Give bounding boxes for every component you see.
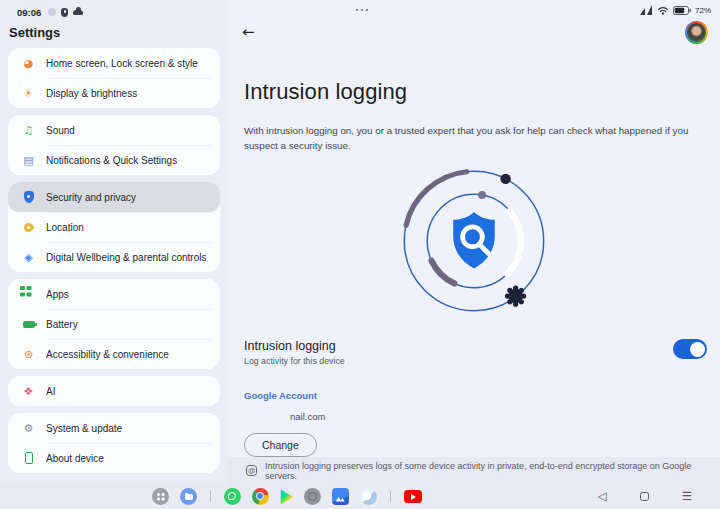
sidebar-item-about-device[interactable]: About device [8, 443, 220, 473]
sidebar-item-label: Location [46, 222, 84, 233]
taskbar-app-chrome-icon[interactable] [252, 488, 269, 505]
shield-search-icon [453, 212, 495, 269]
sidebar-item-label: Apps [46, 289, 69, 300]
sidebar-item-label: Home screen, Lock screen & style [46, 58, 198, 69]
avatar-photo [687, 23, 706, 42]
sidebar-item-location[interactable]: Location [8, 212, 220, 242]
taskbar-apps [152, 488, 422, 505]
page-description: With intrusion logging on, you or a trus… [244, 123, 696, 153]
taskbar-app-youtube-icon[interactable] [404, 490, 422, 503]
battery-percent: 72% [695, 6, 711, 15]
mobile-signal-icon [640, 5, 653, 15]
outer-gray-arc [406, 172, 467, 226]
notifications-icon: ▤ [23, 155, 33, 166]
sidebar-item-label: About device [46, 453, 104, 464]
intrusion-logging-switch[interactable] [673, 339, 707, 359]
sidebar-item-battery[interactable]: Battery [8, 309, 220, 339]
taskbar: ◁☰ [0, 484, 720, 509]
sidebar-item-system-update[interactable]: ⚙System & update [8, 413, 220, 443]
battery-green-icon [23, 321, 35, 328]
settings-card: ⚙System & updateAbout device [8, 413, 220, 473]
taskbar-divider [390, 491, 391, 502]
brightness-icon: ☀ [24, 88, 34, 99]
intrusion-illustration [396, 163, 552, 319]
taskbar-app-weather-icon[interactable] [360, 488, 377, 505]
sidebar-item-ai[interactable]: ❖AI [8, 376, 220, 406]
palette-icon: ◕ [24, 58, 34, 69]
nav-home-button[interactable] [640, 492, 649, 501]
battery-icon [673, 6, 691, 15]
settings-title: Settings [9, 25, 228, 40]
taskbar-app-whatsapp-icon[interactable] [224, 488, 241, 505]
ai-icon: ❖ [24, 386, 34, 397]
inner-white-arc [507, 211, 521, 274]
sidebar-item-label: Accessibility & convenience [46, 349, 169, 360]
inner-gray-arc [432, 261, 455, 284]
orbit-dot-dark [500, 174, 510, 184]
status-bar-left: 09:06 [0, 0, 228, 18]
toggle-label: Intrusion logging [244, 339, 345, 353]
toggle-sublabel: Log activity for this device [244, 356, 345, 366]
sidebar-item-home-screen-lock-screen-style[interactable]: ◕Home screen, Lock screen & style [8, 48, 220, 78]
about-device-icon [25, 452, 33, 464]
sidebar-item-notifications-quick-settings[interactable]: ▤Notifications & Quick Settings [8, 145, 220, 175]
sound-icon: ♫ [24, 125, 34, 136]
settings-card: Security and privacyLocation◈Digital Wel… [8, 182, 220, 272]
sidebar-groups: ◕Home screen, Lock screen & style☀Displa… [0, 48, 228, 473]
wifi-icon [657, 6, 669, 15]
sidebar-item-sound[interactable]: ♫Sound [8, 115, 220, 145]
taskbar-app-gallery-icon[interactable] [332, 488, 349, 505]
cloud-icon [73, 10, 83, 15]
sidebar-item-accessibility-convenience[interactable]: ⊛Accessibility & convenience [8, 339, 220, 369]
clock: 09:06 [17, 7, 41, 18]
sidebar-item-security-and-privacy[interactable]: Security and privacy [8, 182, 220, 212]
sidebar-item-label: Display & brightness [46, 88, 137, 99]
taskbar-nav: ◁☰ [598, 484, 692, 509]
nav-menu-button[interactable]: ☰ [682, 491, 692, 503]
taskbar-app-badge-icon[interactable] [304, 488, 321, 505]
settings-card: ♫Sound▤Notifications & Quick Settings [8, 115, 220, 175]
change-account-button[interactable]: Change [244, 433, 317, 457]
intrusion-logging-panel: 72% ← Intrusion logging With intrusion l… [228, 0, 720, 509]
settings-card: AppsBattery⊛Accessibility & convenience [8, 279, 220, 369]
switch-knob [690, 342, 705, 357]
sidebar-item-label: Sound [46, 125, 75, 136]
sidebar-item-label: Security and privacy [46, 192, 136, 203]
privacy-note: @ Intrusion logging preserves logs of so… [228, 457, 720, 484]
taskbar-app-play-store-icon[interactable] [280, 490, 293, 505]
settings-card: ◕Home screen, Lock screen & style☀Displa… [8, 48, 220, 108]
system-gear-icon: ⚙ [24, 423, 34, 434]
orbit-dot-purple [478, 191, 486, 199]
accessibility-icon: ⊛ [24, 349, 33, 360]
google-account-section: Google Account nail.com Change [244, 385, 325, 457]
back-button[interactable]: ← [242, 23, 255, 41]
page-title: Intrusion logging [244, 79, 407, 105]
sidebar-item-display-brightness[interactable]: ☀Display & brightness [8, 78, 220, 108]
taskbar-divider [210, 491, 211, 502]
nav-back-button[interactable]: ◁ [598, 491, 607, 503]
wellbeing-icon: ◈ [24, 252, 32, 263]
vpn-icon [61, 8, 68, 17]
sidebar-item-label: System & update [46, 423, 122, 434]
apps-grid-icon [20, 286, 25, 291]
toggle-labels: Intrusion logging Log activity for this … [244, 339, 345, 366]
window-drag-handle-icon[interactable] [356, 9, 358, 11]
sidebar-item-label: AI [46, 386, 55, 397]
taskbar-app-files-icon[interactable] [180, 488, 197, 505]
tablet-screen: 09:06 Settings ◕Home screen, Lock screen… [0, 0, 720, 509]
taskbar-app-app-drawer-icon[interactable] [152, 488, 169, 505]
location-pin-icon [22, 221, 35, 234]
account-avatar[interactable] [685, 21, 708, 44]
sidebar-item-digital-wellbeing-parental-controls[interactable]: ◈Digital Wellbeing & parental controls [8, 242, 220, 272]
settings-sidebar: 09:06 Settings ◕Home screen, Lock screen… [0, 0, 228, 509]
google-account-link[interactable]: Google Account [244, 390, 317, 401]
settings-card: ❖AI [8, 376, 220, 406]
privacy-note-text: Intrusion logging preserves logs of some… [265, 461, 720, 481]
security-shield-icon [24, 191, 34, 203]
sidebar-item-label: Battery [46, 319, 78, 330]
gear-icon [505, 285, 526, 306]
encrypted-storage-icon: @ [246, 465, 257, 476]
sidebar-item-label: Digital Wellbeing & parental controls [46, 252, 206, 263]
sidebar-item-apps[interactable]: Apps [8, 279, 220, 309]
moon-icon [48, 8, 56, 16]
